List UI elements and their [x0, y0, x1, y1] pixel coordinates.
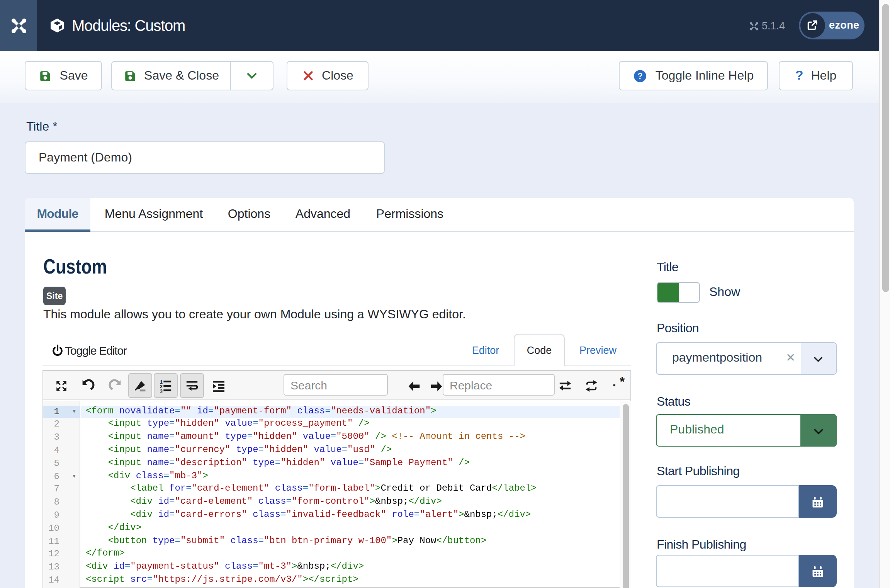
svg-text:3: 3	[160, 389, 163, 393]
svg-text:?: ?	[638, 71, 643, 80]
